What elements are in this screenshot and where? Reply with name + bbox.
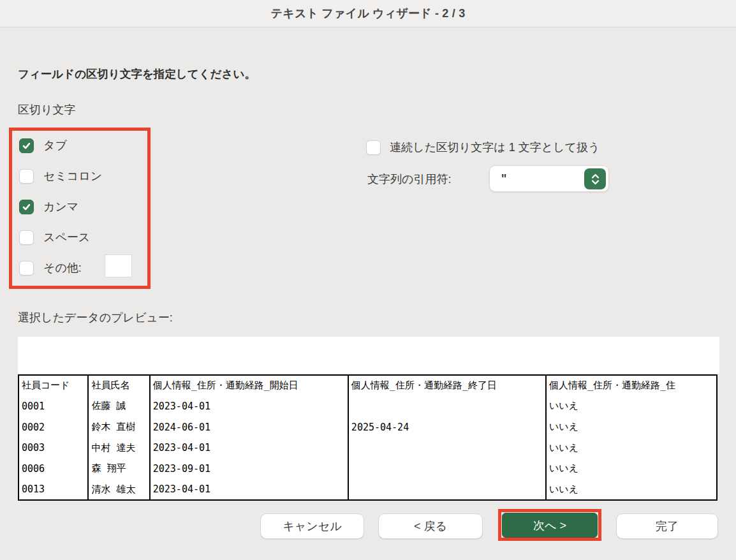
preview-header-row: 社員コード社員氏名個人情報_住所・通勤経路_開始日個人情報_住所・通勤経路_終了… (18, 375, 717, 396)
stepper-up-down-icon (584, 168, 606, 189)
preview-cell: 2023-04-01 (150, 479, 348, 500)
cancel-button[interactable]: キャンセル (260, 513, 364, 539)
delimiter-row-semicolon: セミコロン (19, 168, 102, 184)
checkbox-tab[interactable] (19, 138, 34, 153)
preview-cell (348, 396, 546, 417)
preview-cell: 森 翔平 (88, 459, 149, 480)
finish-button[interactable]: 完了 (616, 513, 718, 539)
text-qualifier-label: 文字列の引用符: (367, 172, 451, 187)
delimiters-section-label: 区切り文字 (18, 102, 75, 117)
dialog-title: テキスト ファイル ウィザード - 2 / 3 (271, 6, 466, 21)
preview-cell: いいえ (546, 396, 717, 417)
preview-cell: 0002 (18, 416, 88, 438)
preview-cell: いいえ (546, 459, 717, 480)
preview-cell: 佐藤 誠 (88, 396, 149, 417)
delimiter-label-tab: タブ (43, 138, 67, 153)
preview-cell: 鈴木 直樹 (88, 416, 149, 438)
preview-header-cell: 社員氏名 (88, 375, 149, 396)
consecutive-delimiter-checkbox[interactable] (366, 140, 381, 155)
other-delimiter-input[interactable] (105, 254, 132, 277)
checkbox-comma[interactable] (19, 200, 34, 214)
preview-cell: 2024-06-01 (150, 416, 348, 438)
checkbox-other[interactable] (19, 261, 34, 276)
preview-cell: 清水 雄太 (88, 479, 149, 500)
preview-cell: 0013 (18, 479, 88, 500)
delimiter-row-tab: タブ (19, 137, 67, 154)
preview-cell: 2023-09-01 (150, 459, 348, 480)
preview-data-row: 0013清水 雄太2023-04-01いいえ (18, 479, 717, 500)
delimiter-label-comma: カンマ (43, 199, 78, 214)
consecutive-delimiter-option: 連続した区切り文字は 1 文字として扱う (366, 140, 600, 155)
delimiter-label-semicolon: セミコロン (43, 168, 102, 184)
preview-cell: 中村 達夫 (88, 438, 149, 459)
highlight-box-next-button (498, 509, 601, 541)
preview-header-cell: 社員コード (18, 375, 88, 396)
text-qualifier-dropdown[interactable]: " (489, 165, 609, 192)
preview-cell (348, 479, 546, 500)
preview-cell (348, 438, 546, 459)
preview-table: 社員コード社員氏名個人情報_住所・通勤経路_開始日個人情報_住所・通勤経路_終了… (18, 374, 718, 501)
back-button[interactable]: < 戻る (378, 513, 483, 539)
preview-cell: いいえ (546, 438, 717, 459)
preview-data-row: 0003中村 達夫2023-04-01いいえ (18, 438, 717, 459)
preview-section-label: 選択したデータのプレビュー: (18, 310, 173, 325)
delimiter-row-comma: カンマ (19, 198, 78, 215)
dialog-titlebar: テキスト ファイル ウィザード - 2 / 3 (0, 0, 736, 27)
text-qualifier-value: " (501, 173, 507, 185)
preview-cell: いいえ (546, 416, 717, 438)
preview-header-cell: 個人情報_住所・通勤経路_終了日 (348, 375, 546, 396)
preview-cell: 0001 (18, 396, 88, 417)
preview-empty-field (18, 337, 719, 374)
preview-header-cell: 個人情報_住所・通勤経路_開始日 (150, 375, 348, 396)
preview-cell (348, 459, 546, 480)
preview-cell: 0003 (18, 438, 88, 459)
checkbox-semicolon[interactable] (19, 169, 34, 184)
delimiter-label-space: スペース (43, 230, 90, 245)
preview-data-row: 0002鈴木 直樹2024-06-012025-04-24いいえ (18, 416, 717, 438)
preview-cell: 2023-04-01 (150, 438, 348, 459)
delimiter-row-space: スペース (19, 229, 90, 246)
checkbox-space[interactable] (19, 230, 34, 245)
preview-cell: いいえ (546, 479, 717, 500)
preview-cell: 2023-04-01 (150, 396, 348, 417)
preview-data-row: 0001佐藤 誠2023-04-01いいえ (18, 396, 717, 417)
preview-data-row: 0006森 翔平2023-09-01いいえ (18, 459, 717, 480)
preview-cell: 2025-04-24 (348, 416, 546, 438)
delimiter-label-other: その他: (43, 260, 82, 276)
preview-header-cell: 個人情報_住所・通勤経路_住 (546, 375, 717, 396)
delimiter-row-other: その他: (19, 260, 82, 276)
preview-cell: 0006 (18, 459, 88, 480)
instruction-text: フィールドの区切り文字を指定してください。 (18, 66, 256, 82)
consecutive-delimiter-label: 連続した区切り文字は 1 文字として扱う (390, 140, 600, 155)
